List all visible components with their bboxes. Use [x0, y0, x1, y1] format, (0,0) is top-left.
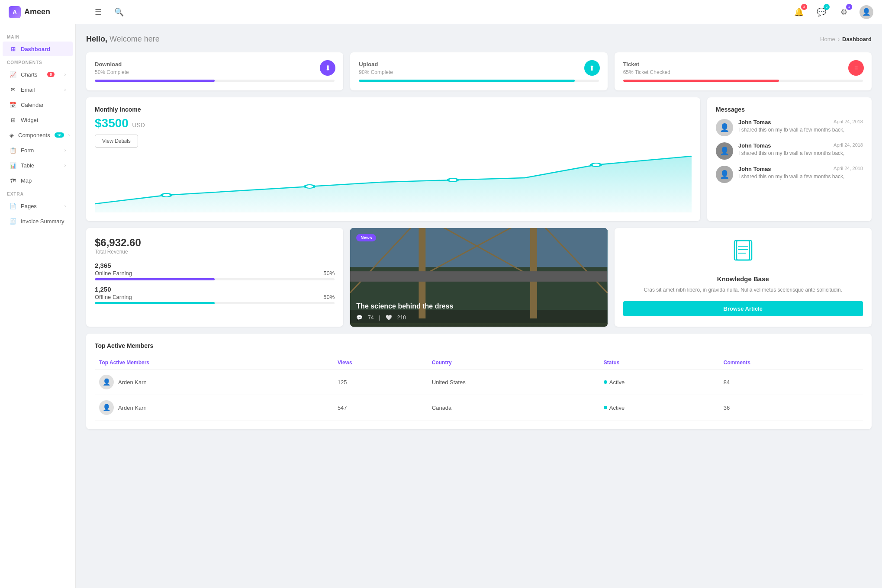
offline-earning-count: 1,250 — [95, 286, 335, 293]
notification-button[interactable]: 🔔 3 — [792, 5, 806, 19]
revenue-card: $6,932.60 Total Revenue 2,365 Online Ear… — [86, 228, 343, 327]
msg-avatar-3: 👤 — [716, 166, 733, 183]
msg-top-3: John Tomas April 24, 2018 — [738, 166, 863, 172]
table-header: Top Active Members Views Country Status … — [95, 356, 863, 370]
msg-date-1: April 24, 2018 — [834, 119, 863, 125]
sidebar-item-map[interactable]: 🗺 Map — [3, 173, 73, 188]
status-dot — [604, 380, 607, 384]
ticket-title: Ticket — [623, 61, 863, 67]
member-name: Arden Karn — [118, 379, 147, 386]
msg-name-1: John Tomas — [738, 119, 771, 125]
table-card: Top Active Members Top Active Members Vi… — [86, 334, 872, 429]
upload-icon: ⬆ — [584, 60, 600, 76]
monthly-income-currency: USD — [132, 122, 145, 129]
income-chart-svg — [95, 152, 692, 212]
svg-point-1 — [305, 185, 314, 188]
breadcrumb-separator: › — [838, 36, 840, 42]
app-body: MAIN ⊞ Dashboard COMPONENTS 📈 Charts 8 ›… — [0, 24, 882, 588]
sidebar-item-charts[interactable]: 📈 Charts 8 › — [3, 67, 73, 82]
table-row: 👤 Arden Karn 547 Canada Active 36 — [95, 395, 863, 421]
sidebar-item-calendar[interactable]: 📅 Calendar — [3, 97, 73, 112]
col-views: Views — [333, 356, 428, 370]
col-country: Country — [428, 356, 599, 370]
news-likes: 210 — [397, 315, 406, 321]
member-status: Active — [599, 395, 719, 421]
news-stats: 💬 74 | 🤍 210 — [356, 315, 601, 321]
msg-avatar-1: 👤 — [716, 119, 733, 136]
like-icon: 🤍 — [386, 315, 392, 321]
sidebar-item-pages[interactable]: 📄 Pages › — [3, 199, 73, 213]
logo-icon: A — [9, 6, 21, 18]
msg-name-2: John Tomas — [738, 142, 771, 149]
chevron-right-icon: › — [64, 87, 66, 92]
page-header: Hello, Welcome here Home › Dashboard — [86, 35, 872, 44]
knowledge-base-icon — [730, 238, 756, 269]
member-country: United States — [428, 370, 599, 395]
sidebar-item-invoice[interactable]: 🧾 Invoice Summary — [3, 214, 73, 228]
sidebar-item-email[interactable]: ✉ Email › — [3, 82, 73, 97]
kb-svg-icon — [730, 238, 756, 264]
avatar[interactable]: 👤 — [859, 5, 873, 19]
menu-toggle[interactable]: ☰ — [91, 5, 105, 19]
sidebar-extra-label: EXTRA — [0, 188, 75, 198]
browse-article-button[interactable]: Browse Article — [623, 301, 863, 316]
sidebar-item-form[interactable]: 📋 Form › — [3, 143, 73, 157]
breadcrumb-current: Dashboard — [842, 36, 872, 42]
bottom-row: $6,932.60 Total Revenue 2,365 Online Ear… — [86, 228, 872, 327]
sidebar-item-label: Calendar — [21, 102, 44, 108]
stat-cards: ⬇ Download 50% Complete ⬆ Upload 90% Com… — [86, 52, 872, 90]
member-views: 547 — [333, 395, 428, 421]
sidebar-item-table[interactable]: 📊 Table › — [3, 158, 73, 173]
view-details-button[interactable]: View Details — [95, 135, 138, 148]
chevron-right-icon: › — [64, 163, 66, 168]
sidebar-components-label: COMPONENTS — [0, 57, 75, 67]
sidebar-item-label: Map — [21, 177, 32, 184]
components-badge: 18 — [55, 132, 64, 138]
form-icon: 📋 — [10, 147, 16, 154]
ticket-icon: ≡ — [848, 60, 864, 76]
sidebar-item-dashboard[interactable]: ⊞ Dashboard — [3, 42, 73, 56]
sidebar-item-label: Invoice Summary — [21, 218, 64, 225]
monthly-income-amount: $3500 — [95, 116, 129, 130]
msg-text-1: I shared this on my fb wall a few months… — [738, 127, 863, 133]
news-card[interactable]: News The science behind the dress 💬 74 |… — [350, 228, 607, 327]
msg-name-3: John Tomas — [738, 166, 771, 172]
stat-card-download: ⬇ Download 50% Complete — [86, 52, 343, 90]
stat-card-upload: ⬆ Upload 90% Complete — [350, 52, 607, 90]
messages-title: Messages — [716, 106, 863, 113]
revenue-label: Total Revenue — [95, 249, 335, 255]
sidebar-item-label: Charts — [21, 71, 37, 78]
msg-top-1: John Tomas April 24, 2018 — [738, 119, 863, 125]
sidebar-item-label: Components — [18, 132, 50, 138]
member-cell: 👤 Arden Karn — [95, 370, 333, 395]
svg-point-2 — [448, 178, 457, 182]
message-item: 👤 John Tomas April 24, 2018 I shared thi… — [716, 119, 863, 136]
offline-earning-label: Offline Earning — [95, 294, 132, 300]
breadcrumb-home: Home — [820, 36, 835, 42]
components-icon: ◈ — [10, 132, 14, 138]
member-cell: 👤 Arden Karn — [95, 395, 333, 421]
sidebar-item-components[interactable]: ◈ Components 18 › — [3, 128, 73, 142]
upload-progress-fill — [359, 80, 575, 82]
msg-text-3: I shared this on my fb wall a few months… — [738, 174, 863, 180]
sidebar-item-label: Dashboard — [21, 46, 50, 52]
page-greeting: Hello, Welcome here — [86, 35, 160, 44]
settings-button[interactable]: ⚙ 1 — [837, 5, 851, 19]
search-icon[interactable]: 🔍 — [112, 5, 126, 19]
stat-card-ticket: ≡ Ticket 65% Ticket Checked — [615, 52, 872, 90]
svg-point-0 — [161, 193, 171, 197]
sidebar-item-widget[interactable]: ⊞ Widget — [3, 112, 73, 127]
topbar: A Ameen ☰ 🔍 🔔 3 💬 2 ⚙ 1 👤 — [0, 0, 882, 24]
chevron-right-icon: › — [64, 72, 66, 77]
knowledge-base-title: Knowledge Base — [717, 275, 769, 283]
calendar-icon: 📅 — [10, 101, 16, 108]
topbar-icons: 🔔 3 💬 2 ⚙ 1 👤 — [792, 5, 873, 19]
chat-button[interactable]: 💬 2 — [814, 5, 828, 19]
online-earning-label: Online Earning — [95, 270, 132, 276]
logo-text: Ameen — [24, 7, 50, 16]
sidebar: MAIN ⊞ Dashboard COMPONENTS 📈 Charts 8 ›… — [0, 24, 76, 588]
email-icon: ✉ — [10, 86, 16, 93]
divider: | — [379, 315, 380, 321]
status-dot — [604, 406, 607, 409]
offline-progress-bar — [95, 302, 335, 304]
